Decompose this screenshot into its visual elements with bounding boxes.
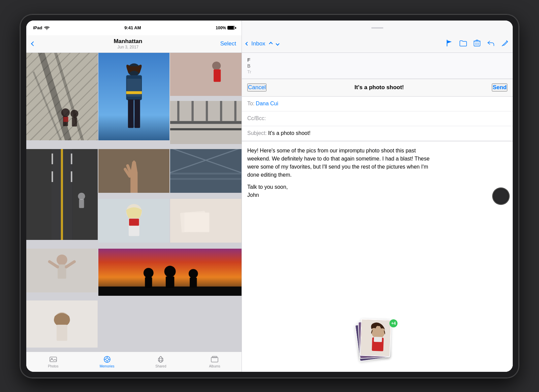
wifi-icon [44,26,50,30]
mail-app-panel: Inbox [242,21,513,372]
photo-11[interactable] [98,249,242,296]
svg-rect-22 [214,69,221,82]
svg-rect-43 [170,149,242,193]
cancel-button[interactable]: Cancel [247,83,266,92]
photo-1[interactable] [26,53,98,140]
svg-rect-67 [166,276,175,288]
sender-name: F [247,57,507,63]
body-paragraph-1: Hey! Here's some of the pics from our im… [247,147,507,179]
tab-shared[interactable]: Shared [151,355,171,368]
svg-rect-37 [71,171,72,182]
svg-point-64 [144,268,154,278]
flag-button[interactable] [446,39,453,48]
attachment-area: +4 [242,314,513,372]
reply-button[interactable] [487,40,495,48]
svg-rect-16 [126,91,142,94]
send-button[interactable]: Send [492,83,507,92]
shared-tab-label: Shared [155,364,166,368]
cc-bcc-field[interactable]: Cc/Bcc: [242,111,513,126]
reply-icon [487,40,495,46]
svg-point-40 [78,192,85,200]
svg-rect-38 [26,149,51,240]
memories-tab-label: Memories [100,364,115,368]
home-button[interactable] [493,188,509,205]
svg-rect-46 [170,183,242,185]
photo-grid [26,53,242,352]
photo-6[interactable] [98,149,170,193]
photo-8[interactable] [98,199,170,243]
photo-9[interactable] [170,199,242,243]
svg-point-21 [212,61,221,70]
compose-header: Cancel It's a photo shoot! Send [242,79,513,97]
to-field[interactable]: To: Dana Cui [242,97,513,111]
svg-rect-9 [63,117,68,122]
to-value: Dana Cui [256,101,278,107]
mail-list-item-1: F B Tr [242,53,513,79]
svg-rect-45 [170,178,242,180]
photo-5[interactable] [26,149,98,240]
shared-tab-icon [157,355,165,363]
nav-title: Manhattan Jun 3, 2017 [114,38,142,49]
ipad-screen: iPad 9:41 AM 100% [26,21,513,372]
mail-nav-bar: Inbox [242,35,513,53]
folder-button[interactable] [459,40,467,48]
mail-status-bar [242,21,513,35]
svg-rect-34 [52,153,53,164]
ipad-label: iPad [33,25,42,30]
tab-memories[interactable]: Memories [97,355,117,368]
svg-rect-102 [374,336,382,342]
tab-photos[interactable]: Photos [43,355,63,368]
photo-3[interactable] [170,53,242,96]
compose-overlay: Cancel It's a photo shoot! Send To: Dana… [242,79,513,372]
compose-body[interactable]: Hey! Here's some of the pics from our im… [242,141,513,314]
stack-photo-3 [360,319,391,357]
photo-2[interactable] [98,53,170,140]
svg-line-4 [33,71,62,140]
select-button[interactable]: Select [220,40,236,47]
svg-rect-52 [129,218,139,225]
trash-icon [474,39,480,47]
subject-field[interactable]: Subject: It's a photo shoot! [242,126,513,141]
photo-attachment-stack[interactable]: +4 [357,319,398,366]
back-icon[interactable] [245,42,249,45]
compose-button[interactable] [501,39,509,48]
svg-point-76 [106,358,108,361]
photos-tab-bar: Photos Memories [26,352,242,372]
svg-rect-65 [145,277,152,288]
svg-rect-25 [170,128,242,130]
svg-rect-17 [128,99,134,128]
back-button[interactable] [32,42,36,45]
svg-point-5 [61,108,70,116]
photo-10[interactable] [26,249,98,292]
photos-nav-bar: Manhattan Jun 3, 2017 Select [26,35,242,53]
svg-rect-30 [234,101,236,121]
flag-icon [446,39,453,47]
inbox-label[interactable]: Inbox [251,40,265,47]
photo-4[interactable] [170,101,242,144]
battery-percent: 100% [216,26,226,30]
svg-rect-26 [177,101,179,121]
albums-tab-label: Albums [209,364,220,368]
next-message-button[interactable] [276,42,279,45]
svg-rect-85 [212,356,217,358]
drag-handle[interactable] [371,27,383,29]
svg-rect-86 [474,41,480,46]
svg-rect-35 [71,153,72,164]
photo-7[interactable] [170,149,242,193]
tab-albums[interactable]: Albums [204,355,225,368]
svg-rect-24 [170,121,242,123]
svg-rect-8 [72,117,77,127]
photos-status-bar: iPad 9:41 AM 100% [26,21,242,35]
svg-point-66 [164,265,176,277]
trash-button[interactable] [474,39,480,48]
mail-nav-left: Inbox [246,40,279,47]
svg-rect-33 [61,149,63,240]
status-time: 9:41 AM [124,25,141,30]
photo-12[interactable] [26,300,98,348]
svg-line-3 [55,53,84,140]
nav-arrows [270,42,279,45]
svg-rect-29 [220,101,222,121]
svg-rect-6 [63,116,68,126]
prev-message-button[interactable] [269,42,273,45]
svg-rect-41 [79,199,84,208]
